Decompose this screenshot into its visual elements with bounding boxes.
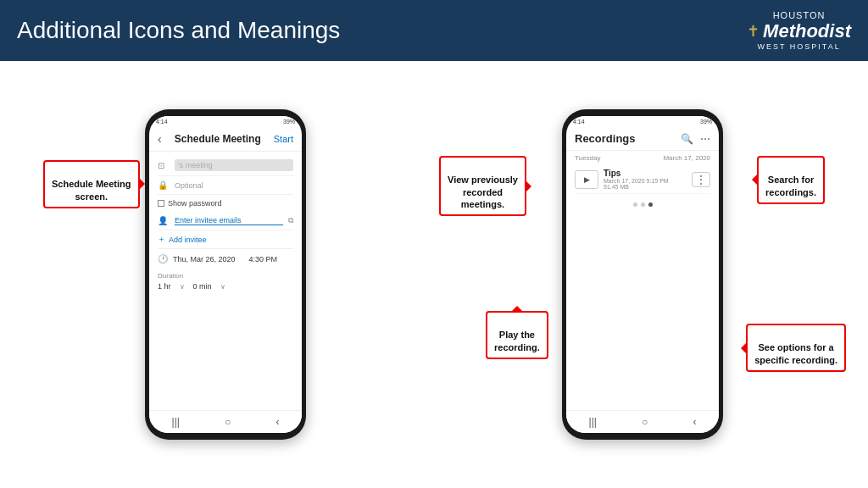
date-row: Tuesday March 17, 2020 [575,154,710,162]
left-phone-container: 4:14 39% ‹ Schedule Meeting Start ⊡ 's m… [145,109,306,440]
callout-search-label: Search for recordings. [765,175,816,197]
status-time-right: 4:14 [573,119,585,125]
meeting-name-row: ⊡ 's meeting [158,155,293,176]
phone-right-screen: 4:14 39% Recordings 🔍 ⋯ Tuesday March 17… [566,116,719,433]
add-invitee-label: Add invitee [169,236,207,244]
start-button[interactable]: Start [274,134,293,144]
recording-info: Tips March 17, 2020 9:15 PM 91.45 MB [604,169,687,190]
back-icon[interactable]: ‹ [158,132,162,146]
logo-cross-icon: ✝ [747,22,760,41]
status-bar-right: 4:14 39% [566,116,719,127]
duration-min[interactable]: 0 min [193,282,212,291]
status-time-left: 4:14 [156,119,168,125]
duration-hr[interactable]: 1 hr [158,282,171,291]
duration-label: Duration [158,272,293,280]
meeting-icon: ⊡ [158,161,170,170]
recordings-list: Tuesday March 17, 2020 ▶ Tips March 17, … [566,151,719,197]
dot-1 [633,202,637,207]
menu-icon-right[interactable]: ||| [589,416,597,428]
optional-field[interactable]: Optional [175,181,293,190]
logo-houston: HOUSTON [773,10,826,20]
home-icon-right[interactable]: ○ [642,416,648,428]
more-options-icon[interactable]: ⋯ [700,133,710,145]
hr-chevron-icon: ∨ [180,283,185,291]
nav-bar-left: ||| ○ ‹ [149,410,302,433]
schedule-title: Schedule Meeting [175,133,261,145]
min-chevron-icon: ∨ [220,283,225,291]
logo-methodist: Methodist [763,20,851,42]
recording-more-button[interactable]: ⋮ [692,172,710,187]
recordings-icon-group: 🔍 ⋯ [681,133,710,145]
add-invitee-row[interactable]: ＋ Add invitee [158,230,293,248]
callout-options-label: See options for a specific recording. [754,342,837,364]
logo-hospital: WEST HOSPITAL [757,42,840,51]
back-nav-icon[interactable]: ‹ [275,416,279,428]
date-label: March 17, 2020 [663,154,710,162]
recordings-title: Recordings [575,132,636,145]
nav-bar-right: ||| ○ ‹ [566,410,719,433]
recording-size: 91.45 MB [604,184,687,190]
date-field[interactable]: Thu, Mar 26, 2020 [173,255,236,263]
duration-row: 1 hr ∨ 0 min ∨ [158,280,293,293]
optional-row: 🔒 Optional [158,176,293,195]
play-button[interactable]: ▶ [575,170,598,189]
show-password-row: Show password [158,195,293,212]
options-icon: ⋮ [696,174,706,186]
search-icon[interactable]: 🔍 [681,133,693,145]
person-icon: 👤 [158,216,170,225]
show-password-label: Show password [168,199,222,208]
status-bar-left: 4:14 39% [149,116,302,127]
back-nav-icon-right[interactable]: ‹ [693,416,696,428]
main-content: 4:14 39% ‹ Schedule Meeting Start ⊡ 's m… [0,61,868,488]
phone-right: 4:14 39% Recordings 🔍 ⋯ Tuesday March 17… [562,109,723,440]
recording-date: March 17, 2020 9:15 PM [604,178,687,184]
menu-icon[interactable]: ||| [172,416,180,428]
play-icon: ▶ [584,175,590,184]
show-password-checkbox[interactable] [158,200,164,207]
callout-search: Search for recordings. [757,156,825,204]
time-field[interactable]: 4:30 PM [249,255,278,263]
logo: HOUSTON ✝ Methodist WEST HOSPITAL [747,10,851,51]
page-header: Additional Icons and Meanings HOUSTON ✝ … [0,0,868,61]
calendar-icon: 🕐 [158,254,168,263]
add-icon: ＋ [158,234,165,245]
status-battery-right: 39% [700,119,712,125]
callout-play: Play the recording. [486,311,548,359]
lock-icon: 🔒 [158,180,170,190]
status-battery-left: 39% [283,119,295,125]
dot-2 [641,202,645,207]
datetime-row: 🕐 Thu, Mar 26, 2020 4:30 PM [158,248,293,269]
dot-3 [648,202,653,207]
callout-options: See options for a specific recording. [746,324,846,372]
callout-view-recordings: View previously recorded meetings. [439,156,526,216]
pagination [566,197,719,212]
page-title: Additional Icons and Meanings [17,17,340,44]
invitee-email-field[interactable]: Enter invitee emails [175,216,283,225]
callout-schedule-label: Schedule Meeting screen. [52,179,131,201]
recording-name: Tips [604,169,687,178]
right-phone-container: 4:14 39% Recordings 🔍 ⋯ Tuesday March 17… [562,109,723,440]
day-label: Tuesday [575,154,600,162]
callout-play-label: Play the recording. [494,330,540,352]
duration-section: Duration 1 hr ∨ 0 min ∨ [158,269,293,297]
recordings-header: Recordings 🔍 ⋯ [566,127,719,151]
phone-left-screen: 4:14 39% ‹ Schedule Meeting Start ⊡ 's m… [149,116,302,433]
schedule-header: ‹ Schedule Meeting Start [149,127,302,152]
phone-left: 4:14 39% ‹ Schedule Meeting Start ⊡ 's m… [145,109,306,440]
schedule-form: ⊡ 's meeting 🔒 Optional Show password 👤 … [149,152,302,410]
recording-item: ▶ Tips March 17, 2020 9:15 PM 91.45 MB ⋮ [575,165,710,194]
callout-view-label: View previously recorded meetings. [448,175,518,209]
invitee-row: 👤 Enter invitee emails ⧉ [158,212,293,230]
home-icon[interactable]: ○ [225,416,231,428]
callout-schedule-meeting: Schedule Meeting screen. [43,160,140,208]
meeting-name-field[interactable]: 's meeting [175,159,293,171]
copy-icon: ⧉ [288,216,293,225]
